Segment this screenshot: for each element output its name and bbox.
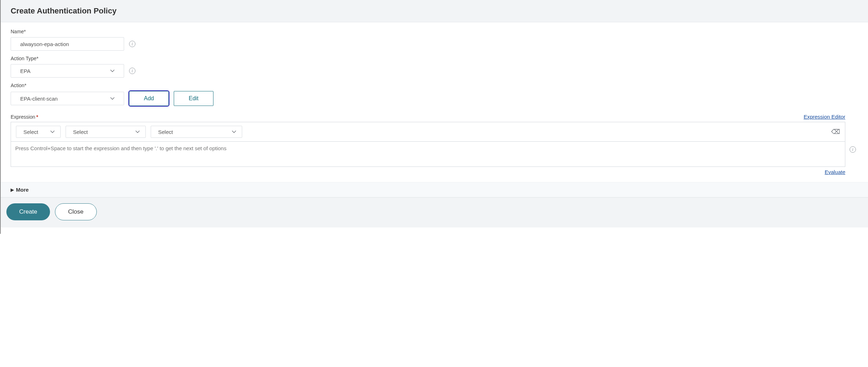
expression-toolbar: Select Select Select ⌫ xyxy=(11,122,845,141)
expression-textarea[interactable] xyxy=(11,141,845,167)
required-star: * xyxy=(36,114,38,120)
caret-right-icon: ▶ xyxy=(11,187,14,192)
expression-select-2[interactable]: Select xyxy=(66,126,146,138)
action-label: Action* xyxy=(11,83,858,88)
evaluate-link[interactable]: Evaluate xyxy=(825,169,845,175)
action-select[interactable]: EPA-client-scan xyxy=(11,92,124,105)
info-icon[interactable]: i xyxy=(129,68,135,74)
clear-expression-icon[interactable]: ⌫ xyxy=(831,128,840,136)
expression-editor-link[interactable]: Expression Editor xyxy=(803,114,845,120)
chevron-down-icon xyxy=(110,96,115,102)
page-header: Create Authentication Policy xyxy=(1,0,868,22)
action-type-label: Action Type* xyxy=(11,56,858,61)
form-body: Name* i Action Type* EPA i Action* xyxy=(1,22,868,182)
edit-button[interactable]: Edit xyxy=(174,91,213,106)
info-icon[interactable]: i xyxy=(850,146,856,153)
chevron-down-icon xyxy=(50,129,55,135)
name-input[interactable] xyxy=(11,37,124,51)
expression-select-3[interactable]: Select xyxy=(151,126,242,138)
expression-container: Select Select Select ⌫ xyxy=(11,122,845,167)
close-button[interactable]: Close xyxy=(55,203,96,220)
action-type-select[interactable]: EPA xyxy=(11,64,124,78)
expression-select-1[interactable]: Select xyxy=(16,126,61,138)
create-button[interactable]: Create xyxy=(6,203,50,220)
more-toggle[interactable]: ▶ More xyxy=(1,182,868,197)
info-icon[interactable]: i xyxy=(129,41,135,47)
action-type-value: EPA xyxy=(20,68,30,74)
chevron-down-icon xyxy=(135,129,140,135)
more-label: More xyxy=(16,187,29,193)
footer: Create Close xyxy=(1,197,868,227)
name-label: Name* xyxy=(11,29,858,34)
chevron-down-icon xyxy=(232,129,236,135)
expression-label: Expression xyxy=(11,114,35,120)
chevron-down-icon xyxy=(110,68,115,74)
page-title: Create Authentication Policy xyxy=(11,6,858,16)
add-button[interactable]: Add xyxy=(129,91,169,106)
action-value: EPA-client-scan xyxy=(20,96,58,102)
